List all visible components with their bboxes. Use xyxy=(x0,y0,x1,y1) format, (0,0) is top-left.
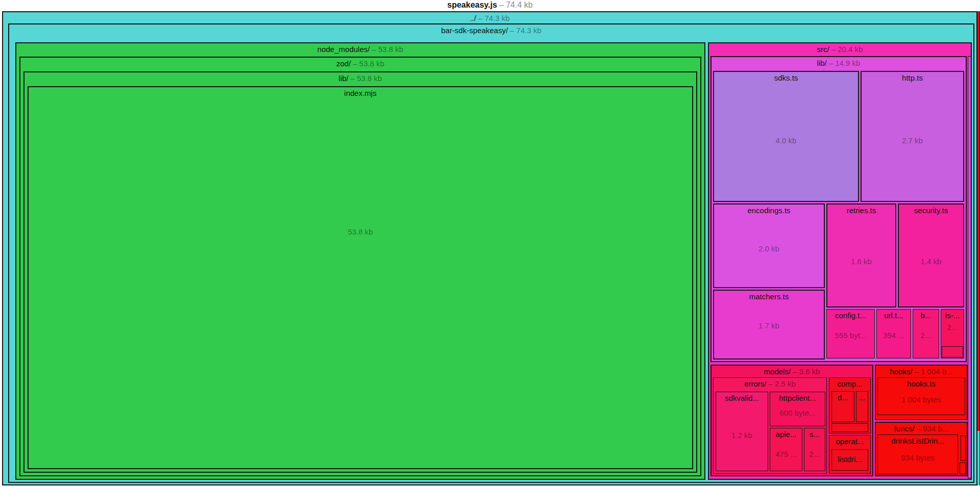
node-apie[interactable]: apie... 475 ... xyxy=(770,428,802,471)
node-header: sdkvalid... xyxy=(717,392,767,404)
node-header: is-... xyxy=(942,310,963,322)
node-size: 1 004 bytes xyxy=(878,395,965,404)
node-funcs-subcell[interactable] xyxy=(960,463,966,474)
node-size: 475 ... xyxy=(770,450,802,458)
node-sdkvalid[interactable]: sdkvalid... 1.2 kb xyxy=(716,392,768,471)
node-header: ... xyxy=(857,392,867,404)
node-header: hooks.ts xyxy=(879,378,964,390)
node-size: 1.4 kb xyxy=(899,257,963,266)
node-header: apie... xyxy=(771,428,801,441)
node-matchers-ts[interactable]: matchers.ts 1.7 kb xyxy=(713,290,825,360)
node-url-ts[interactable]: url.t... 394 ... xyxy=(876,309,911,358)
node-config-ts[interactable]: config.t... 555 byt... xyxy=(826,309,875,358)
node-header: lib/– 53.8 kb xyxy=(26,72,695,85)
node-header: operat... xyxy=(830,435,869,448)
node-size: 2... xyxy=(804,450,825,458)
node-header: s... xyxy=(805,428,824,441)
treemap-root-title: speakeasy.js– 74.4 kb xyxy=(0,0,980,11)
node-size: 1.6 kb xyxy=(827,257,895,266)
node-header: drinksListDrin... xyxy=(879,435,957,447)
node-size: 4.0 kb xyxy=(714,136,858,145)
node-header: comp... xyxy=(830,378,869,390)
node-components-misc[interactable]: ... xyxy=(856,391,868,422)
node-header: sdks.ts xyxy=(715,72,857,84)
node-header: bar-sdk-speakeasy/– 74.3 kb xyxy=(10,24,972,37)
node-size: 2... xyxy=(941,323,964,331)
node-sliver-file[interactable] xyxy=(968,56,971,478)
node-size: 2... xyxy=(913,331,939,340)
node-header: http.ts xyxy=(863,72,962,84)
node-size: 2.0 kb xyxy=(714,244,824,253)
node-size: 555 byt... xyxy=(827,331,874,340)
node-header: retries.ts xyxy=(828,204,894,217)
node-http-ts[interactable]: http.ts 2.7 kb xyxy=(861,71,964,202)
node-funcs-sliver[interactable] xyxy=(961,435,966,461)
node-header: errors/– 2.5 kb xyxy=(715,378,825,390)
node-retries-ts[interactable]: retries.ts 1.6 kb xyxy=(826,203,896,307)
node-header: config.t... xyxy=(828,310,873,322)
node-header: index.mjs xyxy=(30,87,691,99)
node-size: 53.8 kb xyxy=(29,227,692,236)
node-security-ts[interactable]: security.ts 1.4 kb xyxy=(898,203,964,307)
node-listdri[interactable]: listdri... xyxy=(831,449,868,471)
node-header: src/– 20.4 kb xyxy=(710,43,970,56)
node-size: 394 ... xyxy=(877,331,911,340)
node-components-d[interactable]: d... xyxy=(831,391,854,422)
node-header: zod/– 53.8 kb xyxy=(21,58,699,70)
node-b-file[interactable]: b... 2... xyxy=(913,309,939,358)
node-header: hooks/– 1 004 b... xyxy=(877,366,966,378)
node-header: url.t... xyxy=(878,310,910,322)
bundle-name: speakeasy.js xyxy=(447,1,497,9)
node-header: node_modules/– 53.8 kb xyxy=(17,43,703,56)
node-header: d... xyxy=(833,392,853,404)
node-encodings-ts[interactable]: encodings.ts 2.0 kb xyxy=(713,203,825,288)
node-header: listdri... xyxy=(833,453,867,466)
node-header: b... xyxy=(914,310,938,322)
node-header: security.ts xyxy=(900,204,962,217)
node-header: models/– 3.6 kb xyxy=(713,366,871,378)
bundle-size: – 74.4 kb xyxy=(499,1,533,9)
node-size: 600 byte... xyxy=(770,408,825,417)
node-index-mjs[interactable]: index.mjs 53.8 kb xyxy=(28,86,693,469)
node-size: 2.7 kb xyxy=(862,136,963,145)
treemap: speakeasy.js– 74.4 kb ../– 74.3 kb bar-s… xyxy=(0,0,980,487)
node-size: 1.7 kb xyxy=(714,321,824,330)
node-size: 934 bytes xyxy=(878,453,958,462)
node-header: lib/– 14.9 kb xyxy=(713,57,965,69)
node-is-subfile[interactable] xyxy=(942,346,963,357)
node-header: matchers.ts xyxy=(715,291,823,303)
node-header: funcs/– 934 b... xyxy=(877,423,966,435)
node-header: ../– 74.3 kb xyxy=(4,12,975,24)
node-drinks-list[interactable]: drinksListDrin... 934 bytes xyxy=(877,434,958,474)
node-sdks-ts[interactable]: sdks.ts 4.0 kb xyxy=(713,71,859,202)
node-s-file[interactable]: s... 2... xyxy=(804,428,825,471)
node-header: encodings.ts xyxy=(715,204,823,217)
node-httpclient[interactable]: httpclient... 600 byte... xyxy=(770,392,825,426)
node-header: httpclient... xyxy=(771,392,824,404)
scrollbar-track[interactable] xyxy=(977,11,980,485)
node-size: 1.2 kb xyxy=(716,431,768,440)
node-hooks-ts[interactable]: hooks.ts 1 004 bytes xyxy=(877,377,965,415)
node-components-subfile[interactable] xyxy=(831,423,868,432)
scrollbar-thumb[interactable] xyxy=(977,11,979,431)
